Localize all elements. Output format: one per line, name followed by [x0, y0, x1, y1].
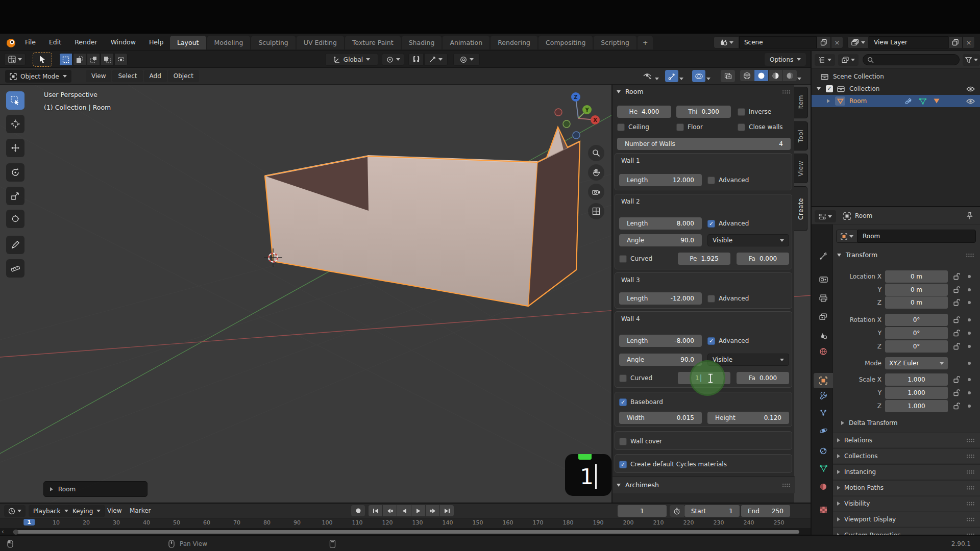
room-visibility-eye-icon[interactable] [966, 98, 975, 104]
snap-toggle-button[interactable] [408, 53, 424, 66]
collections-section[interactable]: Collections [833, 448, 980, 463]
wall2-angle-field[interactable]: Angle90.0 [619, 234, 702, 246]
object-id-browse-button[interactable] [836, 230, 857, 243]
visibility-section[interactable]: Visibility [833, 496, 980, 511]
wall-cover-checkbox[interactable]: Wall cover [619, 435, 662, 447]
scene-new-copy-button[interactable] [817, 36, 831, 48]
operator-redo-panel[interactable]: Room [43, 481, 148, 497]
rotation-y-field[interactable]: 0° [885, 327, 948, 339]
rotation-x-field[interactable]: 0° [885, 314, 948, 326]
frame-tick-120[interactable]: 120 [382, 519, 393, 526]
shading-material-preview-button[interactable] [769, 70, 782, 81]
frame-tick-210[interactable]: 210 [653, 519, 664, 526]
room-panel-grip[interactable] [782, 90, 791, 94]
jump-to-end-button[interactable] [440, 505, 454, 516]
frame-tick-1[interactable]: 1 [23, 519, 35, 525]
relations-section[interactable]: Relations [833, 433, 980, 447]
custom-properties-section[interactable]: Custom Properties [833, 528, 980, 535]
frame-tick-90[interactable]: 90 [293, 519, 301, 526]
baseboard-width-field[interactable]: Width0.015 [619, 412, 702, 424]
workspace-tab-texture-paint[interactable]: Texture Paint [345, 36, 401, 49]
add-workspace-button[interactable]: + [638, 36, 653, 49]
zoom-button[interactable] [588, 145, 604, 161]
wall1-advanced-checkbox[interactable]: Advanced [707, 174, 749, 186]
tool-scale[interactable] [6, 187, 24, 205]
room-panel-header[interactable]: Room [617, 88, 644, 95]
frame-tick-20[interactable]: 20 [83, 519, 90, 526]
show-object-types-button[interactable] [640, 70, 655, 82]
tab-object[interactable] [814, 373, 833, 388]
tab-particles[interactable] [814, 405, 833, 420]
select-mode-new-button[interactable] [59, 53, 72, 66]
wall2-advanced-checkbox[interactable]: ✓Advanced [707, 217, 749, 230]
frame-tick-10[interactable]: 10 [53, 519, 60, 526]
timeline-scrollbar-bar[interactable] [13, 530, 799, 534]
collection-expand-icon[interactable] [817, 87, 821, 90]
object-types-chevron[interactable] [655, 74, 659, 82]
outliner-row-scene-collection[interactable]: Scene Collection [812, 70, 980, 83]
shading-wireframe-button[interactable] [740, 70, 754, 81]
ortho-toggle-button[interactable] [588, 203, 604, 219]
active-tool-button[interactable] [33, 52, 52, 67]
tool-transform[interactable] [6, 210, 24, 228]
gizmos-toggle-button[interactable] [665, 70, 678, 82]
transform-orientation-dropdown[interactable]: Global [325, 53, 378, 66]
sidebar-tab-tool[interactable]: Tool [794, 121, 808, 151]
timeline-marker-menu[interactable]: Marker [126, 507, 155, 514]
rotation-mode-dropdown[interactable]: XYZ Euler [885, 357, 948, 369]
frame-tick-30[interactable]: 30 [113, 519, 120, 526]
camera-view-button[interactable] [588, 184, 604, 200]
height-field[interactable]: He4.000 [617, 106, 671, 118]
instancing-section[interactable]: Instancing [833, 464, 980, 479]
viewport-display-section[interactable]: Viewport Display [833, 512, 980, 527]
current-frame-field[interactable]: 1 [618, 505, 667, 517]
view-layer-name-field[interactable]: View Layer [869, 36, 948, 48]
wall1-length-field[interactable]: Length12.000 [619, 174, 702, 186]
location-z-field[interactable]: 0 m [885, 296, 948, 309]
xray-toggle-button[interactable] [721, 70, 735, 82]
archimesh-panel-grip[interactable] [782, 483, 791, 488]
wall4-curved-checkbox[interactable]: Curved [619, 372, 652, 384]
select-mode-invert-button[interactable] [101, 53, 114, 66]
viewport-3d[interactable]: Z Y X User Perspective (1) Collection | … [0, 85, 811, 503]
shading-rendered-button[interactable] [783, 70, 797, 81]
frame-tick-170[interactable]: 170 [533, 519, 544, 526]
frame-tick-140[interactable]: 140 [443, 519, 453, 526]
blender-logo-icon[interactable] [5, 37, 17, 48]
wall2-visibility-dropdown[interactable]: Visible [707, 234, 789, 246]
frame-tick-160[interactable]: 160 [503, 519, 513, 526]
outliner-row-collection[interactable]: ✓ Collection [812, 83, 980, 95]
timeline-ruler[interactable]: 1102030405060708090100110120130140150160… [0, 518, 811, 528]
frame-tick-40[interactable]: 40 [143, 519, 150, 526]
frame-tick-180[interactable]: 180 [563, 519, 574, 526]
frame-tick-150[interactable]: 150 [473, 519, 483, 526]
location-x-field[interactable]: 0 m [885, 270, 948, 283]
gizmo-negz-ball[interactable] [573, 132, 580, 139]
frame-tick-110[interactable]: 110 [352, 519, 363, 526]
timeline-editor-type-button[interactable] [4, 505, 26, 517]
record-button[interactable] [351, 505, 365, 516]
baseboard-checkbox[interactable]: ✓Baseboard [619, 396, 663, 408]
archimesh-panel-header[interactable]: Archimesh [612, 477, 795, 493]
outliner-row-room[interactable]: Room [812, 95, 980, 107]
wall2-length-field[interactable]: Length8.000 [619, 217, 702, 230]
add-menu[interactable]: Add [144, 70, 167, 82]
view-menu[interactable]: View [86, 70, 111, 82]
tool-cursor[interactable] [6, 115, 24, 133]
frame-tick-70[interactable]: 70 [233, 519, 240, 526]
tool-measure[interactable] [6, 259, 24, 278]
play-reverse-button[interactable] [397, 505, 411, 516]
frame-tick-250[interactable]: 250 [774, 519, 785, 526]
view-layer-remove-button[interactable]: × [963, 36, 975, 48]
gizmo-negx-ball[interactable] [555, 109, 562, 116]
sidebar-tab-view[interactable]: View [794, 154, 808, 183]
next-keyframe-button[interactable] [426, 505, 439, 516]
menu-edit[interactable]: Edit [42, 34, 68, 51]
motion-paths-section[interactable]: Motion Paths [833, 480, 980, 495]
select-menu[interactable]: Select [112, 70, 142, 82]
number-of-walls-field[interactable]: Number of Walls4 [617, 138, 791, 150]
workspace-tab-rendering[interactable]: Rendering [491, 36, 537, 49]
select-mode-subtract-button[interactable] [87, 53, 100, 66]
scene-name-field[interactable]: Scene [739, 36, 817, 48]
tool-rotate[interactable] [6, 163, 24, 182]
